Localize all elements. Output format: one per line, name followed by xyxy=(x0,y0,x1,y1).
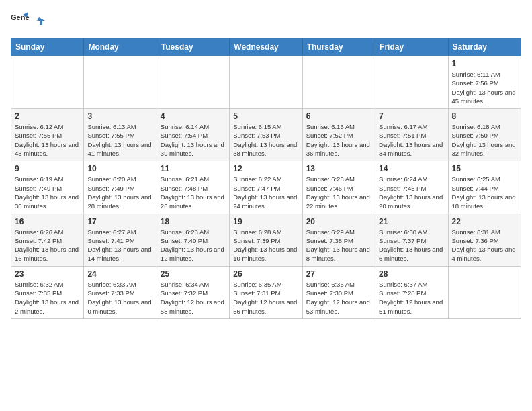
calendar-week-row: 16Sunrise: 6:26 AMSunset: 7:42 PMDayligh… xyxy=(11,214,521,266)
weekday-header-monday: Monday xyxy=(84,38,157,56)
day-info: Sunrise: 6:27 AMSunset: 7:41 PMDaylight:… xyxy=(87,228,152,263)
calendar-cell: 20Sunrise: 6:29 AMSunset: 7:38 PMDayligh… xyxy=(302,214,375,266)
calendar-cell: 1Sunrise: 6:11 AMSunset: 7:56 PMDaylight… xyxy=(448,56,521,109)
day-info: Sunrise: 6:20 AMSunset: 7:49 PMDaylight:… xyxy=(87,175,152,210)
calendar-cell: 7Sunrise: 6:17 AMSunset: 7:51 PMDaylight… xyxy=(375,109,448,161)
day-info: Sunrise: 6:31 AMSunset: 7:36 PMDaylight:… xyxy=(452,228,517,263)
calendar-cell: 23Sunrise: 6:32 AMSunset: 7:35 PMDayligh… xyxy=(11,266,84,318)
logo-icon: General xyxy=(11,11,30,30)
calendar-cell xyxy=(11,56,84,109)
day-info: Sunrise: 6:16 AMSunset: 7:52 PMDaylight:… xyxy=(306,122,371,158)
calendar-cell: 14Sunrise: 6:24 AMSunset: 7:45 PMDayligh… xyxy=(375,161,448,214)
calendar-cell xyxy=(84,56,157,109)
calendar-table: SundayMondayTuesdayWednesdayThursdayFrid… xyxy=(11,38,521,319)
calendar-cell: 18Sunrise: 6:28 AMSunset: 7:40 PMDayligh… xyxy=(157,214,229,266)
calendar-week-row: 23Sunrise: 6:32 AMSunset: 7:35 PMDayligh… xyxy=(11,266,521,318)
day-info: Sunrise: 6:19 AMSunset: 7:49 PMDaylight:… xyxy=(15,175,80,210)
calendar-cell: 10Sunrise: 6:20 AMSunset: 7:49 PMDayligh… xyxy=(84,161,157,214)
day-number: 18 xyxy=(161,217,226,226)
day-info: Sunrise: 6:22 AMSunset: 7:47 PMDaylight:… xyxy=(233,175,298,210)
day-info: Sunrise: 6:23 AMSunset: 7:46 PMDaylight:… xyxy=(306,175,371,210)
calendar-week-row: 1Sunrise: 6:11 AMSunset: 7:56 PMDaylight… xyxy=(11,56,521,109)
logo-bird-icon xyxy=(33,15,45,28)
calendar-cell: 4Sunrise: 6:14 AMSunset: 7:54 PMDaylight… xyxy=(157,109,229,161)
weekday-header-row: SundayMondayTuesdayWednesdayThursdayFrid… xyxy=(11,38,521,56)
day-number: 2 xyxy=(15,111,80,121)
calendar-cell xyxy=(448,266,521,318)
day-number: 5 xyxy=(233,111,298,121)
day-info: Sunrise: 6:21 AMSunset: 7:48 PMDaylight:… xyxy=(161,175,226,210)
day-number: 14 xyxy=(379,164,444,173)
weekday-header-sunday: Sunday xyxy=(11,38,84,56)
day-number: 11 xyxy=(161,164,226,173)
day-number: 26 xyxy=(233,269,298,279)
calendar-cell xyxy=(157,56,229,109)
day-number: 10 xyxy=(87,164,152,173)
day-number: 22 xyxy=(452,217,517,226)
weekday-header-thursday: Thursday xyxy=(302,38,375,56)
calendar-cell: 3Sunrise: 6:13 AMSunset: 7:55 PMDaylight… xyxy=(84,109,157,161)
day-number: 3 xyxy=(87,111,152,121)
calendar-cell: 28Sunrise: 6:37 AMSunset: 7:28 PMDayligh… xyxy=(375,266,448,318)
day-info: Sunrise: 6:25 AMSunset: 7:44 PMDaylight:… xyxy=(452,175,517,210)
calendar-cell: 2Sunrise: 6:12 AMSunset: 7:55 PMDaylight… xyxy=(11,109,84,161)
calendar-cell: 24Sunrise: 6:33 AMSunset: 7:33 PMDayligh… xyxy=(84,266,157,318)
day-info: Sunrise: 6:34 AMSunset: 7:32 PMDaylight:… xyxy=(161,280,226,316)
calendar-cell: 19Sunrise: 6:28 AMSunset: 7:39 PMDayligh… xyxy=(230,214,302,266)
day-number: 13 xyxy=(306,164,371,173)
day-info: Sunrise: 6:24 AMSunset: 7:45 PMDaylight:… xyxy=(379,175,444,210)
day-info: Sunrise: 6:15 AMSunset: 7:53 PMDaylight:… xyxy=(233,122,298,158)
logo: General xyxy=(11,11,46,30)
day-number: 7 xyxy=(379,111,444,121)
day-number: 20 xyxy=(306,217,371,226)
day-info: Sunrise: 6:12 AMSunset: 7:55 PMDaylight:… xyxy=(15,122,80,158)
day-number: 16 xyxy=(15,217,80,226)
calendar-cell: 26Sunrise: 6:35 AMSunset: 7:31 PMDayligh… xyxy=(230,266,302,318)
day-number: 6 xyxy=(306,111,371,121)
day-number: 19 xyxy=(233,217,298,226)
calendar-week-row: 2Sunrise: 6:12 AMSunset: 7:55 PMDaylight… xyxy=(11,109,521,161)
day-number: 23 xyxy=(15,269,80,279)
calendar-cell: 25Sunrise: 6:34 AMSunset: 7:32 PMDayligh… xyxy=(157,266,229,318)
day-number: 15 xyxy=(452,164,517,173)
calendar-cell: 15Sunrise: 6:25 AMSunset: 7:44 PMDayligh… xyxy=(448,161,521,214)
day-info: Sunrise: 6:30 AMSunset: 7:37 PMDaylight:… xyxy=(379,228,444,263)
day-info: Sunrise: 6:37 AMSunset: 7:28 PMDaylight:… xyxy=(379,280,444,316)
day-info: Sunrise: 6:11 AMSunset: 7:56 PMDaylight:… xyxy=(452,70,517,105)
day-info: Sunrise: 6:26 AMSunset: 7:42 PMDaylight:… xyxy=(15,228,80,263)
day-number: 1 xyxy=(452,59,517,68)
day-number: 25 xyxy=(161,269,226,279)
day-info: Sunrise: 6:28 AMSunset: 7:40 PMDaylight:… xyxy=(161,228,226,263)
day-info: Sunrise: 6:14 AMSunset: 7:54 PMDaylight:… xyxy=(161,122,226,158)
calendar-cell: 21Sunrise: 6:30 AMSunset: 7:37 PMDayligh… xyxy=(375,214,448,266)
day-info: Sunrise: 6:28 AMSunset: 7:39 PMDaylight:… xyxy=(233,228,298,263)
calendar-cell: 11Sunrise: 6:21 AMSunset: 7:48 PMDayligh… xyxy=(157,161,229,214)
calendar-cell: 12Sunrise: 6:22 AMSunset: 7:47 PMDayligh… xyxy=(230,161,302,214)
day-number: 27 xyxy=(306,269,371,279)
weekday-header-tuesday: Tuesday xyxy=(157,38,229,56)
calendar-cell: 5Sunrise: 6:15 AMSunset: 7:53 PMDaylight… xyxy=(230,109,302,161)
day-info: Sunrise: 6:32 AMSunset: 7:35 PMDaylight:… xyxy=(15,280,80,316)
calendar-cell xyxy=(375,56,448,109)
day-number: 28 xyxy=(379,269,444,279)
day-number: 9 xyxy=(15,164,80,173)
day-number: 4 xyxy=(161,111,226,121)
calendar-cell: 16Sunrise: 6:26 AMSunset: 7:42 PMDayligh… xyxy=(11,214,84,266)
day-info: Sunrise: 6:17 AMSunset: 7:51 PMDaylight:… xyxy=(379,122,444,158)
day-number: 12 xyxy=(233,164,298,173)
weekday-header-saturday: Saturday xyxy=(448,38,521,56)
day-number: 8 xyxy=(452,111,517,121)
day-number: 21 xyxy=(379,217,444,226)
svg-marker-1 xyxy=(37,17,45,25)
day-number: 24 xyxy=(87,269,152,279)
day-info: Sunrise: 6:33 AMSunset: 7:33 PMDaylight:… xyxy=(87,280,152,316)
calendar-cell: 17Sunrise: 6:27 AMSunset: 7:41 PMDayligh… xyxy=(84,214,157,266)
calendar-cell xyxy=(302,56,375,109)
calendar-cell: 6Sunrise: 6:16 AMSunset: 7:52 PMDaylight… xyxy=(302,109,375,161)
day-info: Sunrise: 6:29 AMSunset: 7:38 PMDaylight:… xyxy=(306,228,371,263)
day-info: Sunrise: 6:13 AMSunset: 7:55 PMDaylight:… xyxy=(87,122,152,158)
calendar-cell: 13Sunrise: 6:23 AMSunset: 7:46 PMDayligh… xyxy=(302,161,375,214)
calendar-cell: 22Sunrise: 6:31 AMSunset: 7:36 PMDayligh… xyxy=(448,214,521,266)
day-info: Sunrise: 6:36 AMSunset: 7:30 PMDaylight:… xyxy=(306,280,371,316)
weekday-header-wednesday: Wednesday xyxy=(230,38,302,56)
